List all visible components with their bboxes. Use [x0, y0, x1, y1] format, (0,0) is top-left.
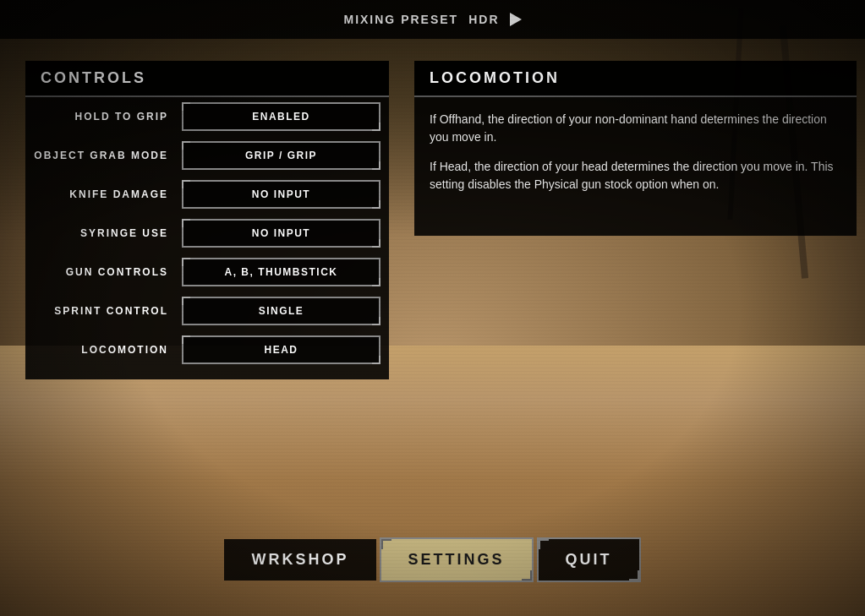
- settings-button[interactable]: SETTINGS: [380, 537, 534, 582]
- workshop-label: W: [251, 551, 268, 568]
- controls-row-6: LOCOMOTION HEAD: [25, 330, 389, 369]
- controls-row-label-1: OBJECT GRAB MODE: [34, 150, 182, 161]
- controls-value-5[interactable]: SINGLE: [182, 297, 380, 325]
- controls-panel: CONTROLS HOLD TO GRIP ENABLED OBJECT GRA…: [25, 61, 389, 379]
- controls-rows-container: HOLD TO GRIP ENABLED OBJECT GRAB MODE GR…: [25, 97, 389, 369]
- locomotion-header: LOCOMOTION: [414, 61, 857, 97]
- hdr-label: HDR: [468, 13, 499, 26]
- controls-row-2: KNIFE DAMAGE NO INPUT: [25, 175, 389, 214]
- workshop-button[interactable]: WRKSHOP: [224, 539, 375, 581]
- bottom-nav: WRKSHOP SETTINGS QUIT: [0, 537, 865, 582]
- controls-header: CONTROLS: [25, 61, 389, 97]
- locomotion-body: If Offhand, the direction of your non-do…: [414, 97, 857, 219]
- controls-row-label-4: GUN CONTROLS: [34, 266, 182, 278]
- locomotion-para-2: If Head, the direction of your head dete…: [430, 158, 841, 194]
- locomotion-para-1: If Offhand, the direction of your non-do…: [430, 111, 841, 146]
- controls-row-label-6: LOCOMOTION: [34, 344, 182, 356]
- controls-value-6[interactable]: HEAD: [182, 335, 380, 364]
- controls-value-3[interactable]: NO INPUT: [182, 219, 380, 248]
- controls-row-5: SPRINT CONTROL SINGLE: [25, 292, 389, 330]
- controls-value-1[interactable]: GRIP / GRIP: [182, 141, 380, 170]
- quit-button[interactable]: QUIT: [537, 537, 641, 582]
- controls-row-4: GUN CONTROLS A, B, THUMBSTICK: [25, 253, 389, 292]
- arrow-right-icon[interactable]: [510, 13, 522, 26]
- locomotion-panel: LOCOMOTION If Offhand, the direction of …: [414, 61, 857, 236]
- controls-value-2[interactable]: NO INPUT: [182, 180, 380, 209]
- mixing-preset-label: MIXING PRESET: [343, 13, 458, 26]
- top-bar: MIXING PRESET HDR: [0, 0, 865, 39]
- controls-row-label-5: SPRINT CONTROL: [34, 305, 182, 317]
- settings-label: SETTINGS: [408, 551, 505, 568]
- controls-row-label-0: HOLD TO GRIP: [34, 111, 182, 123]
- controls-row-3: SYRINGE USE NO INPUT: [25, 214, 389, 253]
- controls-row-0: HOLD TO GRIP ENABLED: [25, 97, 389, 136]
- locomotion-title: LOCOMOTION: [430, 69, 560, 86]
- controls-title: CONTROLS: [41, 69, 146, 86]
- controls-row-label-2: KNIFE DAMAGE: [34, 188, 182, 200]
- controls-value-4[interactable]: A, B, THUMBSTICK: [182, 258, 380, 286]
- controls-row-1: OBJECT GRAB MODE GRIP / GRIP: [25, 136, 389, 175]
- controls-row-label-3: SYRINGE USE: [34, 227, 182, 239]
- quit-label: QUIT: [566, 551, 612, 568]
- controls-value-0[interactable]: ENABLED: [182, 102, 380, 131]
